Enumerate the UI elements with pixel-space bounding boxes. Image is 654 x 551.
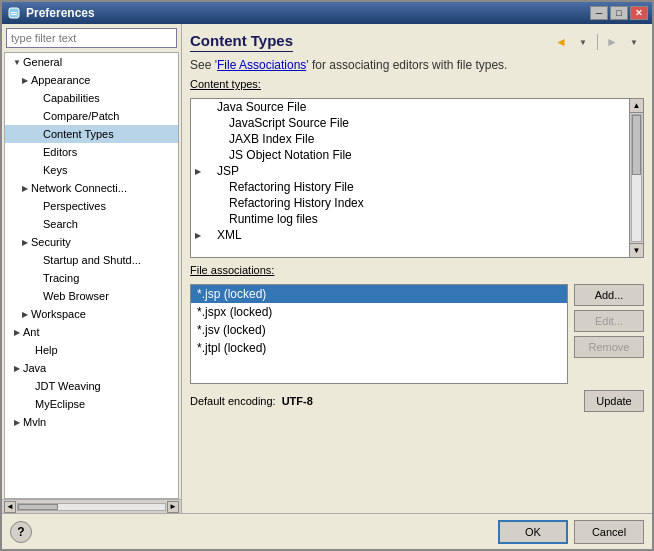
ct-item-refhistory[interactable]: Refactoring History File	[191, 179, 629, 195]
encoding-row: Default encoding: UTF-8 Update	[190, 390, 644, 412]
maximize-button[interactable]: □	[610, 6, 628, 20]
tree-hscrollbar: ◄ ►	[2, 499, 181, 513]
fa-item-jsv[interactable]: *.jsv (locked)	[191, 321, 567, 339]
tree-arrow-capabilities	[31, 92, 43, 104]
tree-arrow-keys	[31, 164, 43, 176]
tree-item-contenttypes[interactable]: Content Types	[5, 125, 178, 143]
ct-scroll-thumb[interactable]	[632, 115, 641, 175]
tree-item-general[interactable]: ▼ General	[5, 53, 178, 71]
file-assoc-box: *.jsp (locked) *.jspx (locked) *.jsv (lo…	[190, 284, 568, 384]
content-types-list: Java Source File JavaScript Source File …	[191, 99, 629, 257]
fa-item-jspx[interactable]: *.jspx (locked)	[191, 303, 567, 321]
file-assoc-section: *.jsp (locked) *.jspx (locked) *.jsv (lo…	[190, 284, 644, 384]
svg-rect-2	[11, 14, 17, 15]
edit-button[interactable]: Edit...	[574, 310, 644, 332]
cancel-button[interactable]: Cancel	[574, 520, 644, 544]
content-types-box: Java Source File JavaScript Source File …	[190, 98, 644, 258]
tree-item-keys[interactable]: Keys	[5, 161, 178, 179]
tree-item-comparepatch[interactable]: Compare/Patch	[5, 107, 178, 125]
hscroll-track[interactable]	[17, 503, 166, 511]
ct-label-jaxb: JAXB Index File	[229, 132, 314, 146]
tree-item-tracing[interactable]: Tracing	[5, 269, 178, 287]
tree-item-search[interactable]: Search	[5, 215, 178, 233]
tree-arrow-mvln[interactable]: ▶	[11, 416, 23, 428]
forward-dropdown-button[interactable]: ▼	[624, 32, 644, 52]
tree-arrow-general[interactable]: ▼	[11, 56, 23, 68]
tree-item-help[interactable]: Help	[5, 341, 178, 359]
ct-item-jsp[interactable]: ▶ JSP	[191, 163, 629, 179]
tree-item-capabilities[interactable]: Capabilities	[5, 89, 178, 107]
panel-title: Content Types	[190, 32, 293, 52]
ct-scrollbar: ▲ ▼	[629, 99, 643, 257]
help-button[interactable]: ?	[10, 521, 32, 543]
window-title: Preferences	[26, 6, 586, 20]
tree-item-jdtweaving[interactable]: JDT Weaving	[5, 377, 178, 395]
ct-item-runtime[interactable]: Runtime log files	[191, 211, 629, 227]
back-dropdown-button[interactable]: ▼	[573, 32, 593, 52]
bottom-bar: ? OK Cancel	[2, 513, 652, 549]
side-buttons: Add... Edit... Remove	[574, 284, 644, 384]
ct-item-refindex[interactable]: Refactoring History Index	[191, 195, 629, 211]
hscroll-left-btn[interactable]: ◄	[4, 501, 16, 513]
update-button[interactable]: Update	[584, 390, 644, 412]
tree-arrow-myeclipse	[23, 398, 35, 410]
tree-arrow-workspace[interactable]: ▶	[19, 308, 31, 320]
tree-arrow-ant[interactable]: ▶	[11, 326, 23, 338]
tree-item-security[interactable]: ▶ Security	[5, 233, 178, 251]
right-panel: Content Types ◄ ▼ ► ▼ See 'File Associat…	[182, 24, 652, 513]
tree-arrow-startupshutd	[31, 254, 43, 266]
hscroll-thumb[interactable]	[18, 504, 58, 510]
ct-label-jssource: JavaScript Source File	[229, 116, 349, 130]
ct-scroll-track[interactable]	[631, 114, 642, 242]
tree-arrow-java[interactable]: ▶	[11, 362, 23, 374]
file-associations-link[interactable]: File Associations	[217, 58, 306, 72]
fa-label-jspx: *.jspx (locked)	[197, 305, 272, 319]
ct-item-xml[interactable]: ▶ XML	[191, 227, 629, 243]
window-controls: ─ □ ✕	[590, 6, 648, 20]
ct-arrow-xml: ▶	[195, 231, 215, 240]
fa-item-jtpl[interactable]: *.jtpl (locked)	[191, 339, 567, 357]
close-button[interactable]: ✕	[630, 6, 648, 20]
description: See 'File Associations' for associating …	[190, 58, 644, 72]
ct-scroll-down-btn[interactable]: ▼	[630, 243, 643, 257]
description-pre: See '	[190, 58, 217, 72]
tree-arrow-help	[23, 344, 35, 356]
tree-item-editors[interactable]: Editors	[5, 143, 178, 161]
minimize-button[interactable]: ─	[590, 6, 608, 20]
tree-arrow-search	[31, 218, 43, 230]
bottom-right-buttons: OK Cancel	[498, 520, 644, 544]
ct-item-jssource[interactable]: JavaScript Source File	[191, 115, 629, 131]
forward-button[interactable]: ►	[602, 32, 622, 52]
ct-label-runtime: Runtime log files	[229, 212, 318, 226]
tree-item-perspectives[interactable]: Perspectives	[5, 197, 178, 215]
tree-item-networkconn[interactable]: ▶ Network Connecti...	[5, 179, 178, 197]
tree-item-java[interactable]: ▶ Java	[5, 359, 178, 377]
filter-input[interactable]	[6, 28, 177, 48]
fa-item-jsp[interactable]: *.jsp (locked)	[191, 285, 567, 303]
tree-item-ant[interactable]: ▶ Ant	[5, 323, 178, 341]
preferences-window: Preferences ─ □ ✕ ▼ General	[0, 0, 654, 551]
tree-item-mvln[interactable]: ▶ Mvln	[5, 413, 178, 431]
toolbar-icons: ◄ ▼ ► ▼	[551, 32, 644, 52]
tree-item-webbrowser[interactable]: Web Browser	[5, 287, 178, 305]
tree-item-myeclipse[interactable]: MyEclipse	[5, 395, 178, 413]
hscroll-right-btn[interactable]: ►	[167, 501, 179, 513]
tree-arrow-tracing	[31, 272, 43, 284]
remove-button[interactable]: Remove	[574, 336, 644, 358]
ct-item-javasource[interactable]: Java Source File	[191, 99, 629, 115]
ct-arrow-jsp: ▶	[195, 167, 215, 176]
tree-area: ▼ General ▶ Appearance	[4, 52, 179, 499]
tree-arrow-security[interactable]: ▶	[19, 236, 31, 248]
add-button[interactable]: Add...	[574, 284, 644, 306]
tree-item-workspace[interactable]: ▶ Workspace	[5, 305, 178, 323]
ct-item-jaxb[interactable]: JAXB Index File	[191, 131, 629, 147]
back-button[interactable]: ◄	[551, 32, 571, 52]
tree-item-appearance[interactable]: ▶ Appearance	[5, 71, 178, 89]
tree-item-startupshutd[interactable]: Startup and Shutd...	[5, 251, 178, 269]
tree-arrow-jdtweaving	[23, 380, 35, 392]
tree-arrow-networkconn[interactable]: ▶	[19, 182, 31, 194]
ct-item-json[interactable]: JS Object Notation File	[191, 147, 629, 163]
ct-scroll-up-btn[interactable]: ▲	[630, 99, 643, 113]
tree-arrow-appearance[interactable]: ▶	[19, 74, 31, 86]
ok-button[interactable]: OK	[498, 520, 568, 544]
